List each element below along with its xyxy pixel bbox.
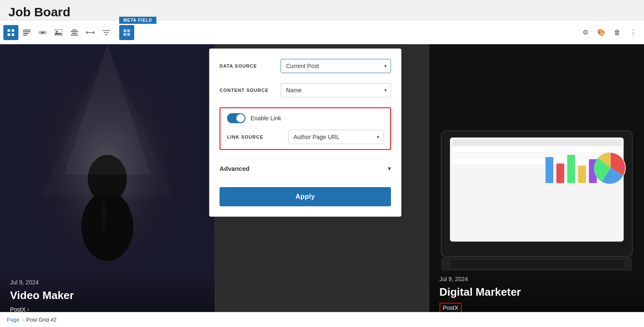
- toolbar-more-btn[interactable]: ⋮: [626, 25, 641, 40]
- toolbar-link-btn[interactable]: [35, 25, 50, 40]
- content-source-wrapper: Name Title Excerpt Date ▾: [281, 83, 391, 97]
- card-3-date: Jul 9, 2024: [440, 276, 634, 282]
- svg-rect-35: [452, 139, 621, 146]
- breadcrumb-page[interactable]: Page: [7, 317, 19, 323]
- enable-link-toggle[interactable]: [227, 113, 245, 123]
- card-1-arrow: ›: [27, 307, 29, 312]
- svg-rect-41: [567, 155, 575, 183]
- card-3-author-name: PostX: [440, 303, 462, 313]
- toolbar-trash-btn[interactable]: 🗑: [610, 25, 625, 40]
- svg-rect-8: [41, 32, 44, 33]
- toolbar-image-btn[interactable]: [51, 25, 66, 40]
- popup-panel: DATA SOURCE Current Post Custom User ▾ C…: [209, 48, 401, 217]
- toolbar-gear-btn[interactable]: ⚙: [578, 25, 593, 40]
- toolbar: META FIELD ⚙ 🎨 🗑 ⋮: [0, 21, 644, 44]
- content-source-row: CONTENT SOURCE Name Title Excerpt Date ▾: [220, 83, 391, 97]
- toolbar-right: ⚙ 🎨 🗑 ⋮: [578, 25, 641, 40]
- svg-rect-3: [12, 33, 14, 36]
- link-source-wrapper: Author Page URL Post URL Custom URL ▾: [288, 130, 383, 144]
- advanced-chevron-icon: ▾: [388, 165, 391, 172]
- toolbar-filter-btn[interactable]: [99, 25, 114, 40]
- enable-link-box: Enable Link LINK SOURCE Author Page URL …: [220, 107, 391, 150]
- breadcrumb-separator: ›: [22, 317, 23, 323]
- meta-field-badge: META FIELD: [119, 17, 156, 24]
- svg-rect-27: [101, 209, 107, 221]
- card-1-title: Video Maker: [10, 289, 204, 302]
- toolbar-palette-btn[interactable]: 🎨: [594, 25, 609, 40]
- svg-rect-37: [452, 153, 621, 158]
- svg-rect-21: [127, 33, 130, 36]
- svg-rect-18: [123, 29, 126, 32]
- advanced-label: Advanced: [220, 165, 250, 172]
- card-1-date: Jul 9, 2024: [10, 279, 204, 286]
- toolbar-text-btn[interactable]: [19, 25, 34, 40]
- svg-rect-1: [12, 29, 14, 32]
- toggle-knob: [236, 114, 245, 122]
- svg-point-10: [56, 30, 58, 32]
- data-source-select[interactable]: Current Post Custom User: [281, 59, 391, 73]
- toolbar-width-btn[interactable]: [83, 25, 98, 40]
- card-3-author: PostX: [440, 303, 634, 313]
- svg-rect-14: [71, 35, 78, 35]
- advanced-accordion[interactable]: Advanced ▾: [220, 158, 391, 179]
- svg-rect-4: [23, 30, 31, 30]
- card-3: Jul 9, 2024 Digital Marketer PostX + Add…: [429, 44, 644, 327]
- toolbar-divider: [116, 28, 117, 38]
- svg-rect-20: [123, 33, 126, 36]
- card-3-title: Digital Marketer: [440, 286, 634, 299]
- data-source-row: DATA SOURCE Current Post Custom User ▾: [220, 59, 391, 73]
- svg-rect-5: [23, 31, 31, 32]
- svg-rect-7: [23, 35, 27, 35]
- svg-rect-39: [545, 157, 553, 183]
- data-source-label: DATA SOURCE: [220, 63, 274, 68]
- page-title: Job Board: [8, 5, 70, 19]
- link-source-label: LINK SOURCE: [227, 134, 281, 139]
- svg-rect-11: [72, 30, 77, 30]
- link-source-row: LINK SOURCE Author Page URL Post URL Cus…: [227, 130, 383, 144]
- svg-rect-36: [452, 147, 621, 152]
- svg-rect-9: [55, 29, 62, 36]
- link-source-select[interactable]: Author Page URL Post URL Custom URL: [288, 130, 383, 144]
- svg-rect-42: [578, 166, 586, 183]
- content-source-select[interactable]: Name Title Excerpt Date: [281, 83, 391, 97]
- card-1: Jul 9, 2024 Video Maker PostX › + Add Cu…: [0, 44, 215, 327]
- breadcrumb-current: Post Grid #2: [26, 317, 56, 323]
- toolbar-grid-btn[interactable]: [3, 25, 18, 40]
- svg-rect-13: [72, 33, 77, 34]
- svg-rect-19: [127, 29, 130, 32]
- svg-rect-6: [23, 33, 29, 34]
- enable-link-row: Enable Link: [227, 113, 383, 123]
- apply-button[interactable]: Apply: [220, 187, 391, 206]
- enable-link-label: Enable Link: [250, 115, 281, 122]
- content-source-label: CONTENT SOURCE: [220, 88, 274, 93]
- svg-rect-40: [556, 164, 564, 183]
- data-source-wrapper: Current Post Custom User ▾: [281, 59, 391, 73]
- main-area: Jul 9, 2024 Video Maker PostX › + Add Cu…: [0, 44, 644, 327]
- toolbar-block-btn[interactable]: [119, 25, 134, 40]
- svg-rect-2: [8, 33, 10, 36]
- svg-rect-12: [71, 31, 78, 32]
- svg-rect-0: [8, 29, 10, 32]
- toolbar-align-btn[interactable]: [67, 25, 82, 40]
- breadcrumb: Page › Post Grid #2: [0, 312, 644, 327]
